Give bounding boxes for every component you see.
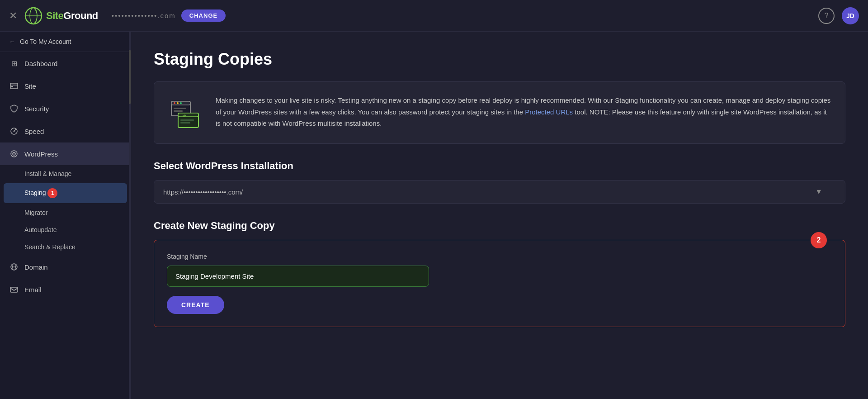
dropdown-selected-value: https://••••••••••••••••••.com/ [163, 188, 243, 196]
svg-point-18 [180, 102, 182, 104]
logo-text: SiteGround [46, 10, 98, 22]
sidebar-item-security[interactable]: Security [0, 97, 131, 120]
main-layout: ← Go To My Account ⊞ Dashboard Site Secu… [0, 32, 868, 399]
installation-dropdown-wrapper: https://••••••••••••••••••.com/ ▼ [154, 180, 845, 204]
svg-rect-5 [11, 86, 13, 87]
sidebar-sub-search-replace[interactable]: Search & Replace [0, 238, 131, 256]
logo: SiteGround [24, 7, 98, 25]
sidebar-sub-autoupdate[interactable]: Autoupdate [0, 221, 131, 238]
security-icon [9, 104, 19, 114]
protected-urls-link[interactable]: Protected URLs [525, 108, 573, 116]
help-button[interactable]: ? [818, 8, 835, 24]
svg-rect-19 [174, 108, 186, 109]
help-icon: ? [825, 12, 829, 20]
svg-rect-3 [10, 83, 18, 89]
info-box: WP Making changes to your live site is r… [154, 81, 845, 144]
header-actions: ? JD [818, 7, 859, 24]
staging-badge: 1 [47, 188, 57, 198]
staging-name-label: Staging Name [167, 253, 832, 260]
staging-illustration: WP [167, 95, 203, 131]
info-box-text: Making changes to your live site is risk… [216, 95, 832, 129]
sidebar-sub-migrator[interactable]: Migrator [0, 204, 131, 221]
sidebar: ← Go To My Account ⊞ Dashboard Site Secu… [0, 32, 131, 399]
sidebar-sub-install-manage[interactable]: Install & Manage [0, 165, 131, 182]
change-button[interactable]: CHANGE [181, 10, 226, 22]
header: ✕ SiteGround ••••••••••••••.com CHANGE ?… [0, 0, 868, 32]
dropdown-arrow-icon: ▼ [815, 188, 822, 196]
close-icon[interactable]: ✕ [9, 10, 17, 22]
select-installation-title: Select WordPress Installation [154, 160, 845, 172]
domain-icon [9, 262, 19, 272]
svg-point-7 [14, 131, 15, 132]
create-staging-title: Create New Staging Copy [154, 220, 845, 232]
svg-rect-13 [10, 287, 18, 292]
go-to-account-link[interactable]: ← Go To My Account [0, 32, 131, 52]
scroll-indicator [129, 32, 131, 399]
sidebar-item-domain[interactable]: Domain [0, 256, 131, 278]
dashboard-icon: ⊞ [9, 58, 19, 68]
svg-point-17 [177, 102, 179, 104]
wordpress-icon [9, 149, 19, 159]
speed-icon [9, 126, 19, 136]
svg-point-16 [174, 102, 175, 104]
create-staging-form: 2 Staging Name CREATE [154, 240, 845, 327]
installation-dropdown[interactable]: https://••••••••••••••••••.com/ ▼ [154, 180, 845, 204]
svg-rect-25 [180, 122, 190, 124]
create-staging-section-wrapper: Create New Staging Copy 2 Staging Name C… [154, 220, 845, 327]
email-icon [9, 285, 19, 294]
svg-rect-20 [174, 110, 183, 112]
sidebar-item-email[interactable]: Email [0, 278, 131, 301]
svg-text:WP: WP [183, 114, 186, 117]
step2-badge: 2 [811, 232, 827, 248]
select-installation-section: Select WordPress Installation https://••… [154, 160, 845, 204]
page-title: Staging Copies [154, 50, 845, 69]
site-icon [9, 81, 19, 91]
staging-name-input[interactable] [167, 266, 429, 287]
sidebar-item-wordpress[interactable]: WordPress [0, 142, 131, 165]
sidebar-sub-staging[interactable]: Staging 1 [4, 183, 127, 203]
avatar[interactable]: JD [842, 7, 859, 24]
staging-svg-icon: WP [169, 97, 201, 128]
create-button[interactable]: CREATE [167, 296, 224, 314]
sidebar-item-site[interactable]: Site [0, 75, 131, 97]
domain-display: ••••••••••••••.com [112, 12, 176, 19]
sidebar-item-dashboard[interactable]: ⊞ Dashboard [0, 52, 131, 75]
back-arrow-icon: ← [9, 38, 15, 45]
content-area: Staging Copies WP [131, 32, 868, 399]
svg-rect-22 [178, 113, 198, 117]
logo-icon [24, 7, 42, 25]
svg-rect-24 [180, 119, 194, 121]
sidebar-item-speed[interactable]: Speed [0, 120, 131, 142]
